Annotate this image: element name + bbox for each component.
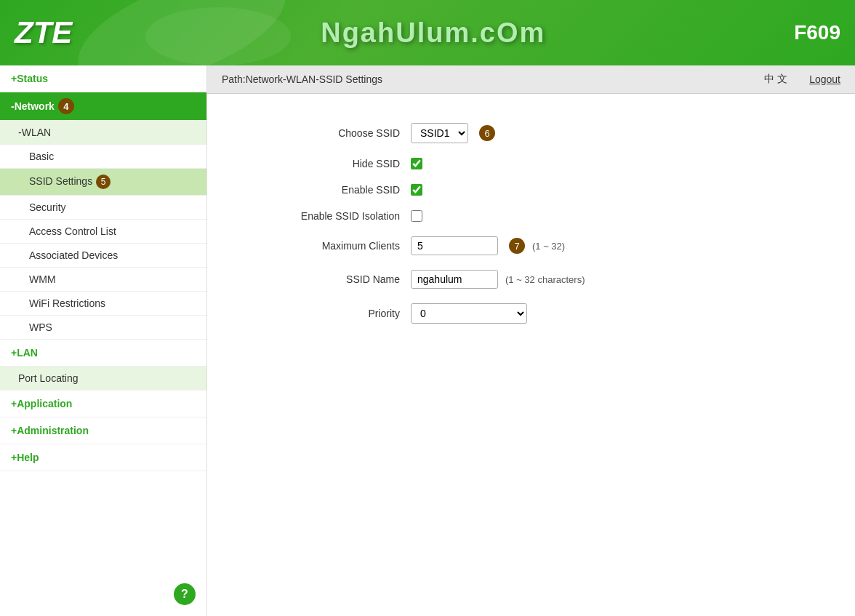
ssid-name-input[interactable] [411,270,498,289]
enable-ssid-label: Enable SSID [251,184,411,196]
ssid-name-hint: (1 ~ 32 characters) [505,274,585,285]
ssid-isolation-label: Enable SSID Isolation [251,210,411,222]
sidebar-item-application[interactable]: +Application [0,391,206,417]
sidebar-bottom: ? [174,583,196,605]
sidebar: +Status -Network4 -WLAN Basic SSID Setti… [0,65,207,616]
plus-icon-lan: + [11,347,17,359]
sidebar-item-port-locating[interactable]: Port Locating [0,367,206,391]
hide-ssid-row: Hide SSID [251,158,811,169]
breadcrumb-actions: 中 文 Logout [764,73,840,86]
hide-ssid-checkbox[interactable] [411,158,422,169]
sidebar-item-associated-devices[interactable]: Associated Devices [0,244,206,268]
sidebar-item-status[interactable]: +Status [0,65,206,92]
zte-logo: ZTE [15,15,72,50]
model-name: F609 [794,21,840,44]
form-area: Choose SSID SSID1 SSID2 SSID3 SSID4 6 Hi… [207,94,855,616]
sidebar-item-security[interactable]: Security [0,196,206,220]
choose-ssid-label: Choose SSID [251,127,411,139]
site-name: NgahUlum.cOm [321,17,545,49]
hide-ssid-label: Hide SSID [251,158,411,169]
max-clients-input[interactable] [411,236,498,255]
priority-label: Priority [251,308,411,319]
ssid-isolation-row: Enable SSID Isolation [251,210,811,222]
max-clients-hint: (1 ~ 32) [532,241,565,252]
enable-ssid-row: Enable SSID [251,184,811,196]
priority-select[interactable]: 0 1 2 3 [411,303,527,324]
sidebar-item-administration[interactable]: +Administration [0,417,206,444]
logout-link[interactable]: Logout [809,73,840,85]
plus-icon: + [11,73,17,84]
plus-icon-admin: + [11,425,17,436]
sidebar-item-wlan[interactable]: -WLAN [0,121,206,145]
choose-ssid-select[interactable]: SSID1 SSID2 SSID3 SSID4 [411,123,468,143]
breadcrumb-bar: Path:Network-WLAN-SSID Settings 中 文 Logo… [207,65,855,94]
ssid-isolation-control [411,210,422,222]
max-clients-row: Maximum Clients 7 (1 ~ 32) [251,236,811,255]
sidebar-item-ssid-settings[interactable]: SSID Settings5 [0,169,206,196]
sidebar-item-wifi-restrictions[interactable]: WiFi Restrictions [0,292,206,316]
plus-icon-help: + [11,452,17,463]
ssid-name-row: SSID Name (1 ~ 32 characters) [251,270,811,289]
choose-ssid-row: Choose SSID SSID1 SSID2 SSID3 SSID4 6 [251,123,811,143]
ssid-badge: 5 [96,175,111,189]
sidebar-item-access-control[interactable]: Access Control List [0,220,206,244]
language-link[interactable]: 中 文 [764,73,787,86]
sidebar-item-basic[interactable]: Basic [0,145,206,169]
ssid-name-control: (1 ~ 32 characters) [411,270,585,289]
hide-ssid-control [411,158,422,169]
sidebar-item-help[interactable]: +Help [0,444,206,471]
enable-ssid-control [411,184,422,196]
choose-ssid-control: SSID1 SSID2 SSID3 SSID4 6 [411,123,495,143]
sidebar-item-lan[interactable]: +LAN [0,340,206,367]
ssid-name-label: SSID Name [251,273,411,285]
max-clients-badge: 7 [509,238,525,254]
header: ZTE NgahUlum.cOm F609 [0,0,855,65]
sidebar-item-wmm[interactable]: WMM [0,268,206,292]
sidebar-item-wps[interactable]: WPS [0,316,206,340]
main-layout: +Status -Network4 -WLAN Basic SSID Setti… [0,65,855,616]
choose-ssid-badge: 6 [479,125,495,141]
priority-row: Priority 0 1 2 3 [251,303,811,324]
help-button[interactable]: ? [174,583,196,605]
max-clients-label: Maximum Clients [251,240,411,252]
sidebar-item-network[interactable]: -Network4 [0,92,206,121]
ssid-isolation-checkbox[interactable] [411,210,422,222]
breadcrumb-text: Path:Network-WLAN-SSID Settings [222,73,382,85]
plus-icon-app: + [11,398,17,409]
max-clients-control: 7 (1 ~ 32) [411,236,565,255]
enable-ssid-checkbox[interactable] [411,184,422,196]
content-area: Path:Network-WLAN-SSID Settings 中 文 Logo… [207,65,855,616]
network-badge: 4 [58,98,74,114]
priority-control: 0 1 2 3 [411,303,527,324]
